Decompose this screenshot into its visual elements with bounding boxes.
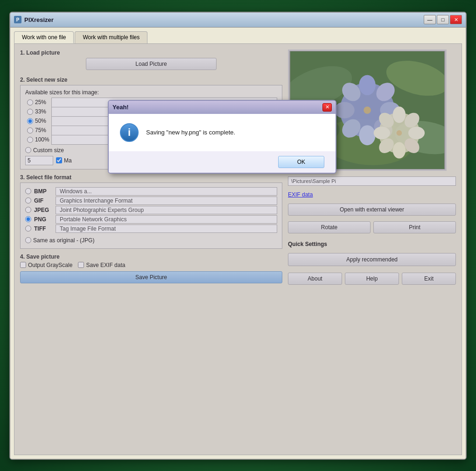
dialog-title-bar: Yeah! ✕ [109, 101, 336, 114]
dialog-ok-button[interactable]: OK [278, 156, 324, 168]
dialog-info-icon: i [120, 123, 139, 142]
dialog-body: i Saving "new hy.png" is complete. [109, 114, 336, 151]
tab-multiple-files[interactable]: Work with multiple files [75, 31, 147, 43]
dialog-message: Saving "new hy.png" is complete. [146, 129, 235, 136]
dialog-close-button[interactable]: ✕ [322, 103, 332, 112]
dialog-overlay: Yeah! ✕ i Saving "new hy.png" is complet… [14, 44, 462, 455]
title-bar: P PIXresizer — □ ✕ [10, 13, 466, 28]
dialog-title: Yeah! [112, 104, 129, 111]
tab-one-file[interactable]: Work with one file [14, 31, 74, 43]
app-title: PIXresizer [24, 16, 424, 23]
app-icon: P [14, 16, 21, 23]
close-button[interactable]: ✕ [450, 15, 462, 24]
window-content: Work with one file Work with multiple fi… [10, 28, 466, 459]
main-window: P PIXresizer — □ ✕ Work with one file Wo… [9, 12, 467, 460]
window-controls: — □ ✕ [424, 15, 462, 24]
minimize-button[interactable]: — [424, 15, 436, 24]
maximize-button[interactable]: □ [437, 15, 449, 24]
dialog: Yeah! ✕ i Saving "new hy.png" is complet… [108, 100, 336, 174]
main-panel: 1. Load picture Load Picture 2. Select n… [14, 43, 462, 455]
tab-bar: Work with one file Work with multiple fi… [14, 31, 462, 43]
dialog-footer: OK [109, 151, 336, 173]
